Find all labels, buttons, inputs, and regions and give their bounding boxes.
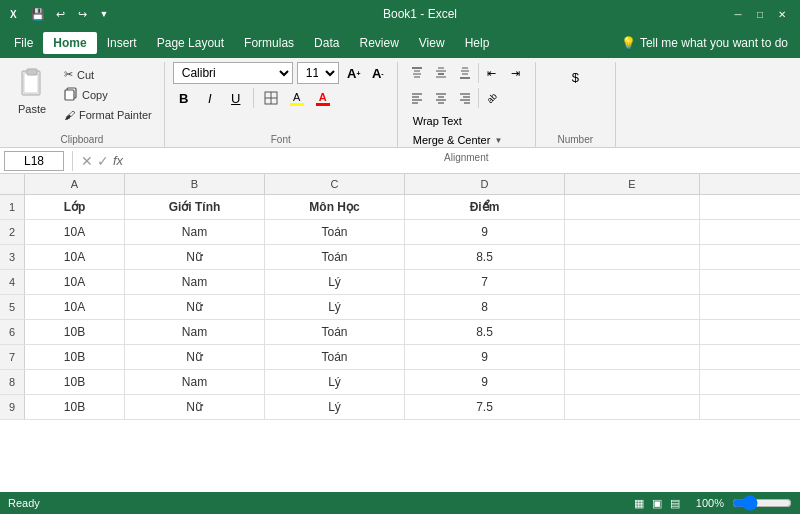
cell-d2[interactable]: 9 — [405, 220, 565, 244]
cell-c6[interactable]: Toán — [265, 320, 405, 344]
cell-b5[interactable]: Nữ — [125, 295, 265, 319]
col-header-e[interactable]: E — [565, 174, 700, 194]
cell-a5[interactable]: 10A — [25, 295, 125, 319]
cell-b7[interactable]: Nữ — [125, 345, 265, 369]
cut-button[interactable]: ✂ Cut — [60, 66, 156, 83]
menu-insert[interactable]: Insert — [97, 32, 147, 54]
cell-a1[interactable]: Lớp — [25, 195, 125, 219]
cell-b9[interactable]: Nữ — [125, 395, 265, 419]
normal-view-button[interactable]: ▦ — [634, 497, 644, 510]
tell-me-box[interactable]: 💡 Tell me what you want to do — [613, 34, 796, 52]
align-middle-button[interactable] — [430, 62, 452, 84]
minimize-button[interactable]: ─ — [728, 6, 748, 22]
cell-e5[interactable] — [565, 295, 700, 319]
cell-d4[interactable]: 7 — [405, 270, 565, 294]
redo-icon[interactable]: ↪ — [74, 6, 90, 22]
cell-d8[interactable]: 9 — [405, 370, 565, 394]
cell-d3[interactable]: 8.5 — [405, 245, 565, 269]
cell-b4[interactable]: Nam — [125, 270, 265, 294]
cell-c2[interactable]: Toán — [265, 220, 405, 244]
bold-button[interactable]: B — [173, 87, 195, 109]
cell-b6[interactable]: Nam — [125, 320, 265, 344]
font-color-button[interactable]: A — [312, 87, 334, 109]
cell-e1[interactable] — [565, 195, 700, 219]
menu-page-layout[interactable]: Page Layout — [147, 32, 234, 54]
menu-file[interactable]: File — [4, 32, 43, 54]
fill-color-button[interactable]: A — [286, 87, 308, 109]
cell-d1[interactable]: Điểm — [405, 195, 565, 219]
col-header-a[interactable]: A — [25, 174, 125, 194]
cell-d7[interactable]: 9 — [405, 345, 565, 369]
close-button[interactable]: ✕ — [772, 6, 792, 22]
name-box[interactable] — [4, 151, 64, 171]
cell-e7[interactable] — [565, 345, 700, 369]
wrap-text-button[interactable]: Wrap Text — [406, 112, 527, 130]
cell-e8[interactable] — [565, 370, 700, 394]
insert-function-button[interactable]: fx — [113, 153, 123, 168]
cell-c8[interactable]: Lý — [265, 370, 405, 394]
merge-center-button[interactable]: Merge & Center ▼ — [406, 131, 527, 149]
menu-data[interactable]: Data — [304, 32, 349, 54]
col-header-c[interactable]: C — [265, 174, 405, 194]
paste-button[interactable]: Paste — [8, 62, 56, 120]
cell-a4[interactable]: 10A — [25, 270, 125, 294]
cell-e4[interactable] — [565, 270, 700, 294]
confirm-formula-button[interactable]: ✓ — [97, 153, 109, 169]
maximize-button[interactable]: □ — [750, 6, 770, 22]
cell-d9[interactable]: 7.5 — [405, 395, 565, 419]
cell-a3[interactable]: 10A — [25, 245, 125, 269]
cell-b3[interactable]: Nữ — [125, 245, 265, 269]
menu-formulas[interactable]: Formulas — [234, 32, 304, 54]
cell-e6[interactable] — [565, 320, 700, 344]
menu-review[interactable]: Review — [349, 32, 408, 54]
cell-c5[interactable]: Lý — [265, 295, 405, 319]
cell-d6[interactable]: 8.5 — [405, 320, 565, 344]
decrease-font-size-button[interactable]: A- — [367, 62, 389, 84]
cell-c1[interactable]: Môn Học — [265, 195, 405, 219]
cell-a2[interactable]: 10A — [25, 220, 125, 244]
save-icon[interactable]: 💾 — [30, 6, 46, 22]
cell-d5[interactable]: 8 — [405, 295, 565, 319]
increase-font-size-button[interactable]: A+ — [343, 62, 365, 84]
col-header-b[interactable]: B — [125, 174, 265, 194]
underline-button[interactable]: U — [225, 87, 247, 109]
cell-a7[interactable]: 10B — [25, 345, 125, 369]
menu-view[interactable]: View — [409, 32, 455, 54]
cell-c9[interactable]: Lý — [265, 395, 405, 419]
align-center-button[interactable] — [430, 87, 452, 109]
cell-e2[interactable] — [565, 220, 700, 244]
indent-increase-button[interactable]: ⇥ — [505, 62, 527, 84]
cell-c7[interactable]: Toán — [265, 345, 405, 369]
page-break-view-button[interactable]: ▤ — [670, 497, 680, 510]
currency-button[interactable]: $ — [565, 66, 586, 88]
cell-a8[interactable]: 10B — [25, 370, 125, 394]
font-family-select[interactable]: Calibri — [173, 62, 293, 84]
italic-button[interactable]: I — [199, 87, 221, 109]
menu-help[interactable]: Help — [455, 32, 500, 54]
customize-qat-icon[interactable]: ▼ — [96, 6, 112, 22]
zoom-slider[interactable] — [732, 498, 792, 508]
cell-e3[interactable] — [565, 245, 700, 269]
borders-button[interactable] — [260, 87, 282, 109]
align-bottom-button[interactable] — [454, 62, 476, 84]
align-right-button[interactable] — [454, 87, 476, 109]
undo-icon[interactable]: ↩ — [52, 6, 68, 22]
cell-c4[interactable]: Lý — [265, 270, 405, 294]
align-left-button[interactable] — [406, 87, 428, 109]
cell-a9[interactable]: 10B — [25, 395, 125, 419]
format-painter-button[interactable]: 🖌 Format Painter — [60, 107, 156, 123]
indent-decrease-button[interactable]: ⇤ — [481, 62, 503, 84]
col-header-d[interactable]: D — [405, 174, 565, 194]
cancel-formula-button[interactable]: ✕ — [81, 153, 93, 169]
cell-b8[interactable]: Nam — [125, 370, 265, 394]
cell-c3[interactable]: Toán — [265, 245, 405, 269]
cell-b2[interactable]: Nam — [125, 220, 265, 244]
menu-home[interactable]: Home — [43, 32, 96, 54]
page-layout-view-button[interactable]: ▣ — [652, 497, 662, 510]
align-top-button[interactable] — [406, 62, 428, 84]
cell-a6[interactable]: 10B — [25, 320, 125, 344]
orientation-button[interactable]: ab — [476, 82, 507, 113]
cell-e9[interactable] — [565, 395, 700, 419]
font-size-select[interactable]: 11 — [297, 62, 339, 84]
copy-button[interactable]: Copy — [60, 85, 156, 105]
